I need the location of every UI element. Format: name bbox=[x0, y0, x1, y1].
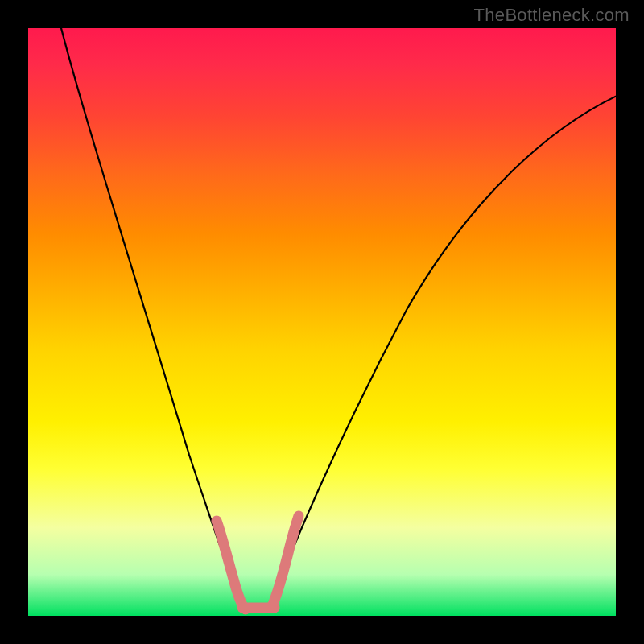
watermark-text: TheBottleneck.com bbox=[474, 5, 630, 26]
highlight-marker-right bbox=[271, 516, 299, 608]
bottleneck-curve-path bbox=[57, 28, 616, 609]
highlight-marker-left bbox=[217, 521, 246, 609]
plot-area bbox=[28, 28, 616, 616]
chart-svg bbox=[28, 28, 616, 616]
